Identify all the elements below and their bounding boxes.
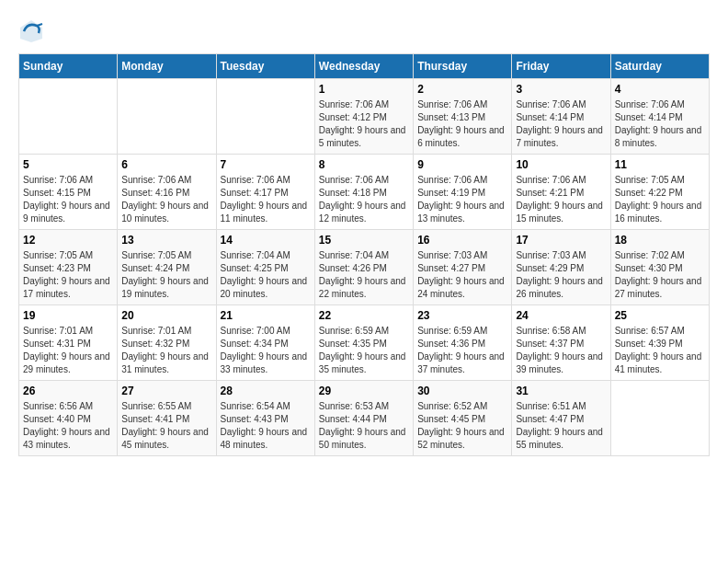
day-cell (610, 381, 709, 456)
day-info: Sunrise: 6:55 AM Sunset: 4:41 PM Dayligh… (121, 400, 211, 452)
day-number: 15 (319, 234, 409, 247)
day-cell: 2Sunrise: 7:06 AM Sunset: 4:13 PM Daylig… (414, 79, 512, 155)
day-header-friday: Friday (512, 54, 610, 79)
week-row-2: 5Sunrise: 7:06 AM Sunset: 4:15 PM Daylig… (19, 155, 710, 230)
day-info: Sunrise: 6:52 AM Sunset: 4:45 PM Dayligh… (417, 400, 507, 452)
day-info: Sunrise: 7:01 AM Sunset: 4:32 PM Dayligh… (121, 325, 211, 376)
day-number: 14 (221, 234, 311, 247)
day-cell: 13Sunrise: 7:05 AM Sunset: 4:24 PM Dayli… (118, 230, 216, 305)
day-number: 16 (417, 234, 507, 247)
day-info: Sunrise: 7:03 AM Sunset: 4:29 PM Dayligh… (516, 249, 606, 301)
day-cell: 25Sunrise: 6:57 AM Sunset: 4:39 PM Dayli… (610, 305, 709, 381)
day-info: Sunrise: 7:06 AM Sunset: 4:14 PM Dayligh… (615, 98, 705, 150)
day-number: 28 (221, 385, 311, 397)
day-cell: 29Sunrise: 6:53 AM Sunset: 4:44 PM Dayli… (314, 381, 413, 456)
day-cell: 21Sunrise: 7:00 AM Sunset: 4:34 PM Dayli… (216, 305, 314, 381)
day-header-sunday: Sunday (19, 54, 118, 79)
day-cell: 19Sunrise: 7:01 AM Sunset: 4:31 PM Dayli… (19, 305, 118, 381)
day-cell: 22Sunrise: 6:59 AM Sunset: 4:35 PM Dayli… (314, 305, 413, 381)
day-info: Sunrise: 7:05 AM Sunset: 4:23 PM Dayligh… (23, 249, 113, 301)
day-number: 5 (23, 158, 113, 171)
day-cell: 12Sunrise: 7:05 AM Sunset: 4:23 PM Dayli… (19, 230, 118, 305)
week-row-5: 26Sunrise: 6:56 AM Sunset: 4:40 PM Dayli… (19, 381, 710, 456)
day-number: 6 (121, 158, 211, 171)
day-cell: 31Sunrise: 6:51 AM Sunset: 4:47 PM Dayli… (512, 381, 610, 456)
day-info: Sunrise: 6:58 AM Sunset: 4:37 PM Dayligh… (516, 325, 606, 376)
day-cell: 17Sunrise: 7:03 AM Sunset: 4:29 PM Dayli… (512, 230, 610, 305)
day-number: 31 (516, 385, 606, 397)
day-number: 9 (417, 158, 507, 171)
day-number: 11 (615, 158, 705, 171)
day-cell (118, 79, 216, 155)
day-number: 25 (615, 309, 705, 322)
day-number: 21 (221, 309, 311, 322)
day-number: 26 (23, 385, 113, 397)
day-cell: 1Sunrise: 7:06 AM Sunset: 4:12 PM Daylig… (314, 79, 413, 155)
day-info: Sunrise: 7:04 AM Sunset: 4:26 PM Dayligh… (319, 249, 409, 301)
day-info: Sunrise: 7:05 AM Sunset: 4:24 PM Dayligh… (121, 249, 211, 301)
day-cell: 9Sunrise: 7:06 AM Sunset: 4:19 PM Daylig… (414, 155, 512, 230)
day-cell: 20Sunrise: 7:01 AM Sunset: 4:32 PM Dayli… (118, 305, 216, 381)
day-cell: 26Sunrise: 6:56 AM Sunset: 4:40 PM Dayli… (19, 381, 118, 456)
day-number: 3 (516, 83, 606, 96)
day-number: 7 (221, 158, 311, 171)
day-number: 17 (516, 234, 606, 247)
day-info: Sunrise: 7:06 AM Sunset: 4:15 PM Dayligh… (23, 174, 113, 225)
day-info: Sunrise: 7:05 AM Sunset: 4:22 PM Dayligh… (615, 174, 705, 225)
day-info: Sunrise: 7:06 AM Sunset: 4:12 PM Dayligh… (319, 98, 409, 150)
week-row-4: 19Sunrise: 7:01 AM Sunset: 4:31 PM Dayli… (19, 305, 710, 381)
day-cell (19, 79, 118, 155)
day-info: Sunrise: 7:06 AM Sunset: 4:19 PM Dayligh… (417, 174, 507, 225)
logo (18, 18, 48, 44)
day-cell: 7Sunrise: 7:06 AM Sunset: 4:17 PM Daylig… (216, 155, 314, 230)
day-cell: 10Sunrise: 7:06 AM Sunset: 4:21 PM Dayli… (512, 155, 610, 230)
day-number: 20 (121, 309, 211, 322)
day-info: Sunrise: 7:06 AM Sunset: 4:17 PM Dayligh… (221, 174, 311, 225)
day-info: Sunrise: 7:06 AM Sunset: 4:18 PM Dayligh… (319, 174, 409, 225)
day-info: Sunrise: 6:57 AM Sunset: 4:39 PM Dayligh… (615, 325, 705, 376)
day-header-tuesday: Tuesday (216, 54, 314, 79)
day-info: Sunrise: 7:00 AM Sunset: 4:34 PM Dayligh… (221, 325, 311, 376)
day-cell: 15Sunrise: 7:04 AM Sunset: 4:26 PM Dayli… (314, 230, 413, 305)
day-number: 29 (319, 385, 409, 397)
calendar-table: SundayMondayTuesdayWednesdayThursdayFrid… (18, 53, 710, 456)
day-info: Sunrise: 7:06 AM Sunset: 4:14 PM Dayligh… (516, 98, 606, 150)
day-number: 27 (121, 385, 211, 397)
day-info: Sunrise: 6:56 AM Sunset: 4:40 PM Dayligh… (23, 400, 113, 452)
days-header-row: SundayMondayTuesdayWednesdayThursdayFrid… (19, 54, 710, 79)
day-number: 23 (417, 309, 507, 322)
day-cell: 18Sunrise: 7:02 AM Sunset: 4:30 PM Dayli… (610, 230, 709, 305)
day-cell: 14Sunrise: 7:04 AM Sunset: 4:25 PM Dayli… (216, 230, 314, 305)
page-header (18, 18, 710, 44)
day-cell: 11Sunrise: 7:05 AM Sunset: 4:22 PM Dayli… (610, 155, 709, 230)
day-info: Sunrise: 6:54 AM Sunset: 4:43 PM Dayligh… (221, 400, 311, 452)
day-info: Sunrise: 6:53 AM Sunset: 4:44 PM Dayligh… (319, 400, 409, 452)
day-number: 12 (23, 234, 113, 247)
day-header-saturday: Saturday (610, 54, 709, 79)
day-cell: 8Sunrise: 7:06 AM Sunset: 4:18 PM Daylig… (314, 155, 413, 230)
day-cell: 3Sunrise: 7:06 AM Sunset: 4:14 PM Daylig… (512, 79, 610, 155)
day-cell: 24Sunrise: 6:58 AM Sunset: 4:37 PM Dayli… (512, 305, 610, 381)
day-number: 1 (319, 83, 409, 96)
day-cell: 27Sunrise: 6:55 AM Sunset: 4:41 PM Dayli… (118, 381, 216, 456)
day-header-monday: Monday (118, 54, 216, 79)
week-row-3: 12Sunrise: 7:05 AM Sunset: 4:23 PM Dayli… (19, 230, 710, 305)
day-cell: 30Sunrise: 6:52 AM Sunset: 4:45 PM Dayli… (414, 381, 512, 456)
day-cell: 28Sunrise: 6:54 AM Sunset: 4:43 PM Dayli… (216, 381, 314, 456)
day-number: 10 (516, 158, 606, 171)
day-info: Sunrise: 7:02 AM Sunset: 4:30 PM Dayligh… (615, 249, 705, 301)
day-cell: 6Sunrise: 7:06 AM Sunset: 4:16 PM Daylig… (118, 155, 216, 230)
day-number: 19 (23, 309, 113, 322)
day-info: Sunrise: 7:06 AM Sunset: 4:13 PM Dayligh… (417, 98, 507, 150)
day-cell: 16Sunrise: 7:03 AM Sunset: 4:27 PM Dayli… (414, 230, 512, 305)
day-number: 22 (319, 309, 409, 322)
week-row-1: 1Sunrise: 7:06 AM Sunset: 4:12 PM Daylig… (19, 79, 710, 155)
day-header-wednesday: Wednesday (314, 54, 413, 79)
day-header-thursday: Thursday (414, 54, 512, 79)
day-number: 13 (121, 234, 211, 247)
day-cell (216, 79, 314, 155)
day-info: Sunrise: 6:51 AM Sunset: 4:47 PM Dayligh… (516, 400, 606, 452)
day-info: Sunrise: 6:59 AM Sunset: 4:36 PM Dayligh… (417, 325, 507, 376)
day-info: Sunrise: 7:01 AM Sunset: 4:31 PM Dayligh… (23, 325, 113, 376)
day-number: 18 (615, 234, 705, 247)
